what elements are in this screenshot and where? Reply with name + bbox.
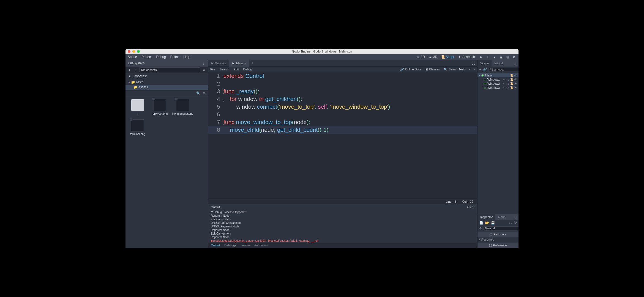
history-forward-icon[interactable]: ›	[474, 68, 475, 71]
close-window-icon[interactable]	[128, 50, 130, 53]
stop-button[interactable]: ■	[492, 55, 496, 59]
menu-scene[interactable]: Scene	[128, 55, 137, 59]
add-tab-button[interactable]: +	[249, 61, 255, 65]
workspace-3d[interactable]: ◈3D	[429, 55, 437, 59]
history-forward-icon[interactable]: ›	[511, 221, 512, 225]
clear-button[interactable]: Clear	[467, 205, 474, 209]
panel-menu-icon[interactable]: ⋮	[202, 61, 205, 65]
list-view-icon[interactable]: ≡	[203, 91, 205, 95]
node-window1[interactable]: ▭ Window1 ⏦⬚📜👁	[477, 77, 519, 81]
filter-nodes-input[interactable]	[489, 68, 519, 72]
menu-project[interactable]: Project	[141, 55, 152, 59]
play-custom-button[interactable]: ▤	[505, 55, 510, 59]
code-line[interactable]: 1extends Control	[208, 72, 477, 80]
output-tab-audio[interactable]: Audio	[242, 244, 250, 247]
output-tab-output[interactable]: Output	[211, 244, 220, 247]
visibility-icon[interactable]: 👁	[514, 86, 517, 89]
image-thumb	[131, 119, 144, 131]
editor-menu-edit[interactable]: Edit	[234, 68, 239, 71]
menu-editor[interactable]: Editor	[170, 55, 179, 59]
output-tab-animation[interactable]: Animation	[254, 244, 268, 247]
menu-help[interactable]: Help	[183, 55, 190, 59]
new-resource-icon[interactable]: 📄	[479, 221, 483, 225]
file-item-parent[interactable]: ..	[128, 99, 147, 116]
signal-icon[interactable]: ⏦	[502, 78, 505, 81]
tree-row-assets[interactable]: 📁 assets	[125, 85, 208, 90]
workspace-assetlib[interactable]: ⬇AssetLib	[458, 55, 475, 59]
output-line: Reparent Node	[211, 228, 474, 232]
nav-back-icon[interactable]: ‹	[127, 68, 132, 72]
save-resource-icon[interactable]: 💾	[491, 221, 495, 225]
node-main[interactable]: ▾ ◉ Main 📜👁	[477, 73, 519, 77]
dock-menu-icon[interactable]: ⋮	[512, 215, 519, 219]
visibility-icon[interactable]: 👁	[514, 82, 517, 85]
output-tab-debugger[interactable]: Debugger	[224, 244, 238, 247]
section-resource[interactable]: ⬚ Resource	[477, 232, 519, 237]
play-scene-button[interactable]: ▣	[499, 55, 503, 59]
tab-import[interactable]: Import	[492, 60, 506, 67]
refresh-icon[interactable]: ⟳	[512, 55, 516, 59]
tab-node[interactable]: Node	[495, 214, 508, 220]
link-node-icon[interactable]: 🔗	[483, 68, 487, 72]
editor-menu-debug[interactable]: Debug	[243, 68, 252, 71]
menu-debug[interactable]: Debug	[156, 55, 166, 59]
search-help-button[interactable]: 🔍Search Help	[444, 68, 465, 71]
expand-icon[interactable]: ⛶	[470, 61, 477, 65]
editor-menu-file[interactable]: File	[210, 68, 215, 71]
node-window2[interactable]: ▭ Window2 ⏦⬚📜👁	[477, 81, 519, 86]
gear-icon[interactable]: ⚙	[479, 227, 482, 230]
path-input[interactable]	[139, 67, 200, 72]
code-line[interactable]: 6	[208, 111, 477, 118]
code-line[interactable]: 7▾func move_window_to_top(node):	[208, 118, 477, 126]
section-reference[interactable]: ⬚ Reference	[477, 243, 519, 248]
file-item-terminal[interactable]: terminal.png	[128, 119, 147, 136]
classes-button[interactable]: ⊞Classes	[425, 68, 440, 71]
tab-window[interactable]: ◉ Window	[208, 60, 229, 67]
favorite-icon[interactable]: ★	[202, 68, 206, 72]
code-line[interactable]: 2	[208, 80, 477, 87]
code-line[interactable]: 8 move_child(node, get_child_count()-1)	[208, 126, 477, 134]
visibility-icon[interactable]: 👁	[514, 78, 517, 81]
tab-scene[interactable]: Scene	[477, 60, 492, 67]
dock-menu-icon[interactable]: ⋮	[512, 61, 519, 65]
play-button[interactable]: ▶	[479, 55, 483, 59]
expand-resource[interactable]: › Resource	[477, 237, 519, 242]
nav-forward-icon[interactable]: ›	[133, 68, 138, 72]
code-line[interactable]: 5 window.connect('move_to_top', self, 'm…	[208, 103, 477, 111]
zoom-window-icon[interactable]	[137, 50, 140, 53]
close-tab-icon[interactable]: ×	[244, 62, 246, 65]
minimize-window-icon[interactable]	[132, 50, 135, 53]
instance-icon[interactable]: ⬚	[506, 82, 509, 85]
file-item-filemanager[interactable]: file_manager.png	[173, 99, 192, 116]
visibility-icon[interactable]: 👁	[514, 74, 517, 77]
script-attached-icon[interactable]: 📜	[510, 74, 513, 77]
code-line[interactable]: 3▾func _ready():	[208, 87, 477, 95]
signal-icon[interactable]: ⏦	[502, 86, 505, 89]
tab-main[interactable]: ◉ Main ×	[229, 60, 249, 67]
history-icon[interactable]: ↻	[514, 221, 517, 225]
history-back-icon[interactable]: ‹	[509, 221, 510, 225]
signal-icon[interactable]: ⏦	[502, 82, 505, 85]
online-docs-button[interactable]: 🔗Online Docs	[400, 68, 422, 71]
script-icon[interactable]: 📜	[510, 82, 513, 85]
object-name-input[interactable]	[484, 226, 519, 230]
pause-button[interactable]: ⏸	[485, 55, 490, 59]
search-icon[interactable]: 🔍	[196, 91, 200, 95]
tree-row-root[interactable]: ▾ 📁 res://	[125, 80, 208, 85]
code-editor[interactable]: 1extends Control23▾func _ready():4▾ for …	[208, 72, 477, 199]
workspace-script[interactable]: 📜Script	[441, 55, 454, 59]
code-line[interactable]: 4▾ for window in get_children():	[208, 95, 477, 103]
add-node-icon[interactable]: +	[479, 68, 481, 72]
script-icon[interactable]: 📜	[510, 78, 513, 81]
file-item-browser[interactable]: browser.png	[151, 99, 170, 116]
instance-icon[interactable]: ⬚	[506, 78, 509, 81]
workspace-2d[interactable]: ▭2D	[416, 55, 425, 59]
traffic-lights	[128, 50, 140, 53]
editor-menu-search[interactable]: Search	[220, 68, 229, 71]
load-resource-icon[interactable]: 📂	[485, 221, 489, 225]
history-back-icon[interactable]: ‹	[469, 68, 470, 71]
instance-icon[interactable]: ⬚	[506, 86, 509, 89]
tab-inspector[interactable]: Inspector	[477, 214, 495, 220]
node-window3[interactable]: ▭ Window3 ⏦⬚📜👁	[477, 86, 519, 90]
script-icon[interactable]: 📜	[510, 86, 513, 89]
